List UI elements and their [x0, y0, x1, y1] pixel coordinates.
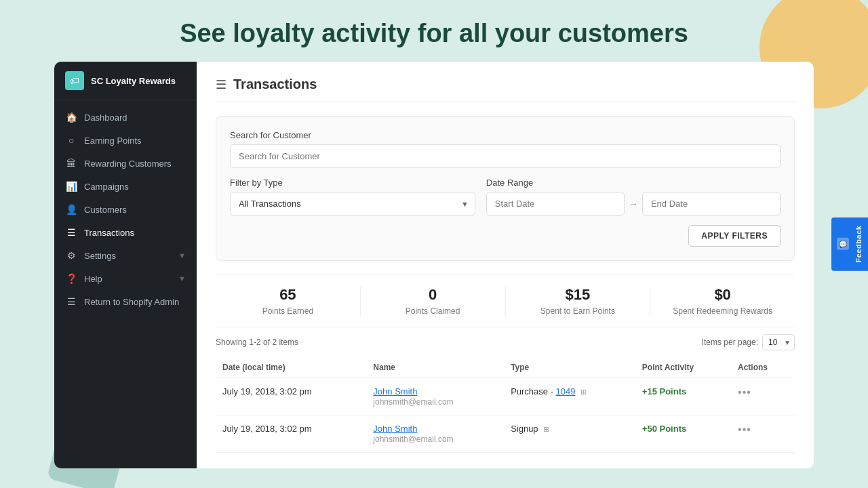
sidebar-item-label: Transactions [84, 228, 134, 238]
items-per-page-select-wrapper: 10 ▼ [762, 334, 795, 350]
page-main-title: See loyalty activity for all your custom… [0, 19, 868, 48]
earning-points-icon: ○ [65, 135, 77, 146]
date-range-label: Date Range [486, 178, 781, 188]
sidebar-item-return-shopify[interactable]: ☰ Return to Shopify Admin [54, 290, 197, 313]
sidebar-item-label: Return to Shopify Admin [84, 297, 179, 307]
stat-label: Spent Redeeming Rewards [650, 306, 795, 316]
apply-filters-button[interactable]: APPLY FILTERS [688, 225, 781, 247]
dashboard-icon: 🏠 [65, 112, 77, 123]
customer-email: johnsmith@email.com [373, 397, 453, 407]
settings-icon: ⚙ [65, 250, 77, 261]
filter-row-two: Filter by Type All Transactions ▼ Date R… [230, 178, 781, 216]
stat-label: Points Claimed [361, 306, 505, 316]
table-row: July 19, 2018, 3:02 pm John Smith johnsm… [216, 415, 795, 453]
signup-icon: ⊞ [543, 425, 549, 434]
stat-spent-earn: $15 Spent to Earn Points [506, 286, 651, 316]
col-point-activity: Point Activity [635, 357, 731, 378]
search-label: Search for Customer [230, 130, 781, 140]
col-date: Date (local time) [216, 357, 366, 378]
col-actions: Actions [731, 357, 795, 378]
stat-spent-redeeming: $0 Spent Redeeming Rewards [650, 286, 795, 316]
cell-date: July 19, 2018, 3:02 pm [216, 378, 366, 415]
sidebar-item-campaigns[interactable]: 📊 Campaigns [54, 175, 197, 198]
sidebar-item-dashboard[interactable]: 🏠 Dashboard [54, 106, 197, 129]
points-value: +50 Points [642, 424, 686, 434]
rewarding-icon: 🏛 [65, 158, 77, 169]
sidebar-nav: 🏠 Dashboard ○ Earning Points 🏛 Rewarding… [54, 100, 197, 319]
showing-info: Showing 1-2 of 2 items [216, 338, 298, 347]
search-row: Search for Customer [230, 130, 781, 168]
sidebar-item-label: Settings [84, 251, 116, 261]
sidebar-item-earning-points[interactable]: ○ Earning Points [54, 129, 197, 152]
logo-text: SC Loyalty Rewards [91, 76, 176, 86]
cell-actions: ••• [731, 415, 795, 453]
stat-label: Points Earned [216, 306, 360, 316]
actions-menu-button[interactable]: ••• [738, 424, 751, 435]
logo-icon: 🏷 [65, 71, 84, 90]
cell-type: Purchase - 1049 ⊞ [504, 378, 635, 415]
stat-value: 65 [216, 286, 360, 304]
main-container: 🏷 SC Loyalty Rewards 🏠 Dashboard ○ Earni… [54, 62, 814, 468]
sidebar-item-settings[interactable]: ⚙ Settings ▼ [54, 244, 197, 267]
feedback-tab[interactable]: Feedback 💬 [831, 218, 868, 271]
end-date-input[interactable] [642, 192, 781, 216]
sidebar-item-rewarding-customers[interactable]: 🏛 Rewarding Customers [54, 152, 197, 175]
feedback-label: Feedback [854, 226, 863, 263]
filter-type-label: Filter by Type [230, 178, 475, 188]
cell-actions: ••• [731, 378, 795, 415]
feedback-icon: 💬 [837, 238, 849, 250]
cell-customer: John Smith johnsmith@email.com [366, 415, 504, 453]
stat-points-earned: 65 Points Earned [216, 286, 361, 316]
return-icon: ☰ [65, 296, 77, 307]
chevron-down-icon: ▼ [178, 274, 186, 283]
stat-value: $0 [650, 286, 795, 304]
content-page-title: Transactions [233, 77, 317, 92]
stat-points-claimed: 0 Points Claimed [361, 286, 506, 316]
page-header: See loyalty activity for all your custom… [0, 0, 868, 62]
transactions-title-icon: ☰ [216, 77, 226, 92]
cell-point-activity: +50 Points [635, 415, 731, 453]
sidebar-item-label: Help [84, 274, 102, 284]
date-range-wrapper: → [486, 192, 781, 216]
sidebar-item-help[interactable]: ❓ Help ▼ [54, 267, 197, 290]
customer-name-link[interactable]: John Smith [373, 424, 497, 434]
chevron-down-icon: ▼ [178, 251, 186, 260]
start-date-input[interactable] [486, 192, 625, 216]
stats-row: 65 Points Earned 0 Points Claimed $15 Sp… [216, 274, 795, 327]
table-header: Showing 1-2 of 2 items Items per page: 1… [216, 334, 795, 350]
sidebar: 🏷 SC Loyalty Rewards 🏠 Dashboard ○ Earni… [54, 62, 197, 468]
points-value: +15 Points [642, 386, 686, 396]
filter-section: Search for Customer Filter by Type All T… [216, 116, 795, 261]
help-icon: ❓ [65, 273, 77, 284]
filter-type-col: Filter by Type All Transactions ▼ [230, 178, 475, 216]
transactions-icon: ☰ [65, 227, 77, 238]
items-per-page-label: Items per page: [702, 338, 758, 347]
items-per-page-select[interactable]: 10 [762, 334, 795, 350]
cell-date: July 19, 2018, 3:02 pm [216, 415, 366, 453]
stat-label: Spent to Earn Points [506, 306, 650, 316]
filter-type-select[interactable]: All Transactions [230, 192, 475, 216]
sidebar-item-transactions[interactable]: ☰ Transactions [54, 221, 197, 244]
customer-name-link[interactable]: John Smith [373, 386, 497, 396]
actions-menu-button[interactable]: ••• [738, 386, 751, 398]
sidebar-logo: 🏷 SC Loyalty Rewards [54, 62, 197, 100]
sidebar-item-label: Dashboard [84, 113, 127, 123]
sidebar-item-label: Campaigns [84, 182, 129, 192]
col-name: Name [366, 357, 504, 378]
content-title-row: ☰ Transactions [216, 77, 795, 102]
transactions-table: Date (local time) Name Type Point Activi… [216, 357, 795, 453]
cell-point-activity: +15 Points [635, 378, 731, 415]
cell-customer: John Smith johnsmith@email.com [366, 378, 504, 415]
cell-type: Signup ⊞ [504, 415, 635, 453]
campaigns-icon: 📊 [65, 181, 77, 192]
filter-type-wrapper: All Transactions ▼ [230, 192, 475, 216]
stat-value: 0 [361, 286, 505, 304]
col-type: Type [504, 357, 635, 378]
purchase-link[interactable]: 1049 [556, 386, 576, 396]
table-row: July 19, 2018, 3:02 pm John Smith johnsm… [216, 378, 795, 415]
sidebar-item-customers[interactable]: 👤 Customers [54, 198, 197, 221]
sidebar-item-label: Earning Points [84, 136, 142, 146]
customer-email: johnsmith@email.com [373, 434, 453, 444]
arrow-right-icon: → [629, 199, 638, 209]
search-input[interactable] [230, 144, 781, 168]
